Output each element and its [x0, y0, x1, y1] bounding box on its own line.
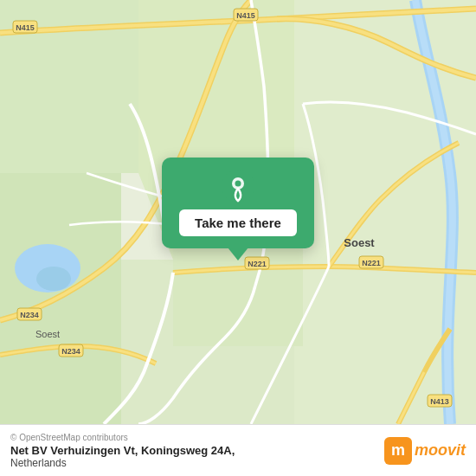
moovit-logo: m moovit [384, 437, 466, 465]
svg-text:Soest: Soest [35, 329, 60, 339]
moovit-logo-icon: m [384, 437, 412, 465]
svg-text:N413: N413 [430, 397, 449, 406]
svg-point-27 [235, 181, 241, 187]
svg-text:Soest: Soest [344, 236, 375, 249]
moovit-logo-text: moovit [415, 441, 466, 460]
map-attribution: © OpenStreetMap contributors [10, 433, 235, 442]
location-country: Netherlands [10, 457, 235, 469]
svg-point-8 [36, 267, 71, 291]
take-me-there-button[interactable]: Take me there [179, 209, 297, 236]
svg-text:N234: N234 [20, 311, 39, 319]
location-address: Net BV Verhuizingen Vt, Koningsweg 24A, [10, 444, 235, 457]
popup-card: Take me there [162, 158, 314, 248]
svg-text:N234: N234 [61, 347, 80, 356]
svg-text:N221: N221 [362, 259, 381, 267]
svg-text:N415: N415 [236, 11, 255, 20]
footer: © OpenStreetMap contributors Net BV Verh… [0, 424, 476, 476]
svg-text:N221: N221 [248, 260, 267, 268]
svg-text:N415: N415 [16, 23, 35, 32]
map-container: N415 N415 N234 N234 N221 N221 N413 Soest… [0, 0, 476, 424]
location-pin-icon [222, 170, 254, 203]
footer-left: © OpenStreetMap contributors Net BV Verh… [10, 433, 235, 469]
